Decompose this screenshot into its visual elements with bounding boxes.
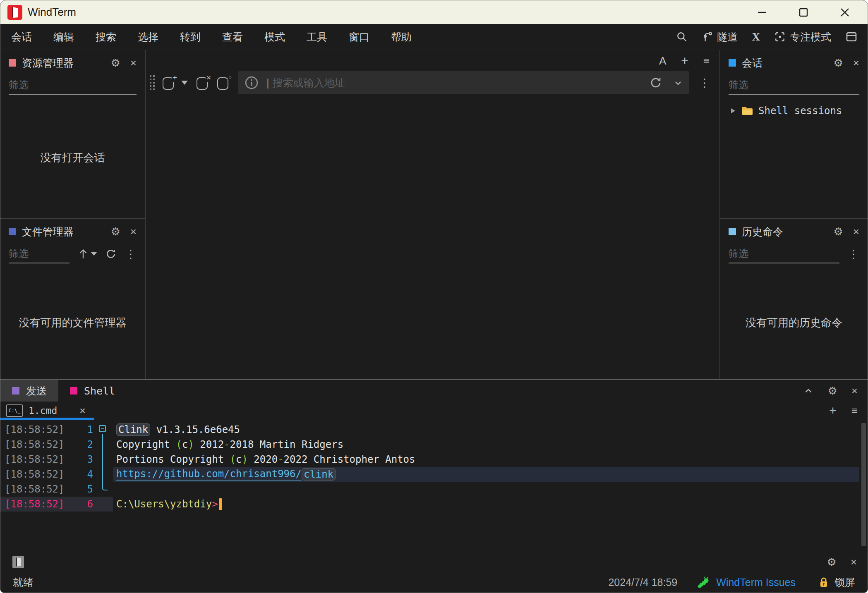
terminal-line-content: Portions Copyright (c) 2020-2022 Christo… [113, 452, 859, 467]
window-title: WindTerm [28, 6, 757, 19]
panel-settings-icon[interactable]: ⚙ [828, 385, 837, 396]
terminal-line-content: Clink v1.3.15.6e6e45 [113, 422, 859, 437]
sessions-panel-title: 会话 [742, 56, 824, 70]
menu-item[interactable]: 窗口 [349, 30, 369, 44]
collapse-panel-icon[interactable] [803, 385, 814, 396]
toolbar-more-icon[interactable]: ⋮ [699, 76, 710, 90]
send-close-icon[interactable]: × [851, 557, 857, 567]
terminal-text: Clink [116, 423, 150, 436]
fold-marker-mid [93, 467, 113, 482]
sessions-filter-input[interactable] [729, 76, 859, 95]
panel-close-icon[interactable]: × [851, 385, 858, 396]
history-filter-input[interactable] [729, 244, 839, 263]
toolbar-drag-handle[interactable] [150, 75, 155, 90]
fold-marker-mid [93, 452, 113, 467]
terminal-tab-close-icon[interactable]: × [79, 405, 85, 416]
tab-list-button[interactable]: ≡ [703, 55, 710, 67]
session-canvas[interactable] [146, 96, 719, 379]
menu-item[interactable]: 帮助 [391, 30, 412, 44]
history-panel-title: 历史命令 [742, 225, 824, 239]
terminal-text: v1.3.15.6e6e45 [150, 424, 240, 435]
terminal-tab-label: 1.cmd [29, 405, 57, 416]
terminal[interactable]: [18:58:52]1Clink v1.3.15.6e6e45[18:58:52… [0, 420, 868, 550]
font-button[interactable]: A [659, 55, 666, 67]
reload-icon[interactable] [649, 76, 662, 89]
terminal-line-content: C:\Users\yzbtdiy> [113, 497, 859, 512]
terminal-link[interactable]: clink [302, 468, 336, 481]
terminal-link[interactable]: https://github.com/chrisant996/ [116, 468, 302, 481]
sessions-close-icon[interactable]: × [853, 57, 859, 68]
windterm-issues-link[interactable]: WindTerm Issues [716, 576, 796, 588]
expand-arrow-icon[interactable] [730, 107, 736, 115]
fold-marker-start[interactable] [93, 422, 113, 437]
explorer-filter-input[interactable] [9, 76, 137, 95]
left-sidebar: 资源管理器 ⚙ × 没有打开会话 文件管理器 ⚙ × [0, 50, 146, 379]
session-toolbar: + × ○ | ⋮ [146, 69, 719, 96]
lock-screen-button[interactable]: 锁屏 [834, 576, 855, 589]
history-settings-icon[interactable]: ⚙ [834, 226, 843, 237]
menu-item[interactable]: 查看 [222, 30, 243, 44]
send-tab-icon [12, 387, 19, 395]
explorer-settings-icon[interactable]: ⚙ [111, 57, 120, 68]
menu-item[interactable]: 选择 [138, 30, 158, 44]
explorer-panel-icon [9, 59, 16, 67]
sessions-settings-icon[interactable]: ⚙ [834, 57, 843, 68]
explorer-close-icon[interactable]: × [130, 57, 137, 68]
menu-item[interactable]: 模式 [264, 30, 285, 44]
maximize-button[interactable] [798, 7, 809, 18]
menu-item[interactable]: 编辑 [53, 30, 74, 44]
info-icon[interactable] [244, 75, 259, 90]
new-session-caret-icon[interactable] [181, 81, 188, 85]
send-settings-icon[interactable]: ⚙ [827, 557, 837, 567]
terminal-line-content [113, 482, 859, 497]
up-button[interactable] [78, 248, 97, 260]
close-button[interactable] [839, 7, 850, 18]
history-close-icon[interactable]: × [853, 226, 859, 237]
terminal-text: Portions Copyright [116, 454, 230, 465]
history-panel-icon [729, 228, 736, 235]
add-tab-button[interactable]: + [681, 54, 688, 68]
history-more-icon[interactable]: ⋮ [848, 247, 859, 261]
detach-session-icon[interactable]: ○ [216, 74, 232, 91]
bug-icon [697, 576, 710, 588]
new-terminal-button[interactable]: + [829, 404, 837, 418]
terminal-text: > [212, 498, 218, 510]
menu-item[interactable]: 转到 [180, 30, 201, 44]
file-manager-close-icon[interactable]: × [130, 226, 137, 237]
tunnel-button[interactable]: 隧道 [702, 30, 738, 44]
address-bar[interactable]: | [238, 71, 689, 94]
terminal-line-number: 6 [61, 498, 93, 510]
menu-item[interactable]: 工具 [307, 30, 327, 44]
file-manager-title: 文件管理器 [22, 225, 101, 239]
file-manager-settings-icon[interactable]: ⚙ [111, 226, 120, 237]
refresh-button[interactable] [105, 248, 117, 260]
layout-icon[interactable] [845, 31, 858, 43]
address-caret: | [266, 77, 269, 89]
address-dropdown-icon[interactable] [673, 78, 683, 88]
search-icon[interactable] [676, 31, 688, 43]
cmd-icon: C:\_ [6, 404, 23, 417]
terminal-timestamp: [18:58:52] [0, 424, 61, 435]
tree-item-shell-sessions[interactable]: Shell sessions [730, 102, 868, 120]
focus-mode-button[interactable]: 专注模式 [774, 30, 831, 44]
close-session-icon[interactable]: × [195, 74, 211, 91]
focus-mode-label: 专注模式 [790, 30, 831, 44]
tab-send[interactable]: 发送 [0, 380, 58, 402]
terminal-list-button[interactable]: ≡ [851, 404, 858, 417]
new-session-icon[interactable]: + [161, 74, 177, 91]
menu-item[interactable]: 会话 [11, 30, 32, 44]
terminal-scrollbar[interactable] [861, 423, 866, 546]
x-button[interactable]: X [752, 31, 760, 43]
history-empty-text: 没有可用的历史命令 [720, 266, 868, 379]
send-pane-icon [11, 555, 25, 569]
file-manager-filter-input[interactable] [9, 244, 70, 263]
shell-tab-label: Shell [84, 385, 115, 397]
address-input[interactable] [273, 77, 649, 89]
file-manager-more-icon[interactable]: ⋮ [125, 247, 137, 261]
tab-1cmd[interactable]: C:\_ 1.cmd × [0, 402, 94, 420]
minimize-button[interactable] [757, 7, 767, 18]
terminal-row: [18:58:52]3Portions Copyright (c) 2020-2… [0, 452, 859, 467]
tab-shell[interactable]: Shell [58, 380, 127, 402]
menu-item[interactable]: 搜索 [96, 30, 116, 44]
bottom-section: 发送 Shell ⚙ × C:\_ 1.cmd × + [0, 379, 868, 593]
